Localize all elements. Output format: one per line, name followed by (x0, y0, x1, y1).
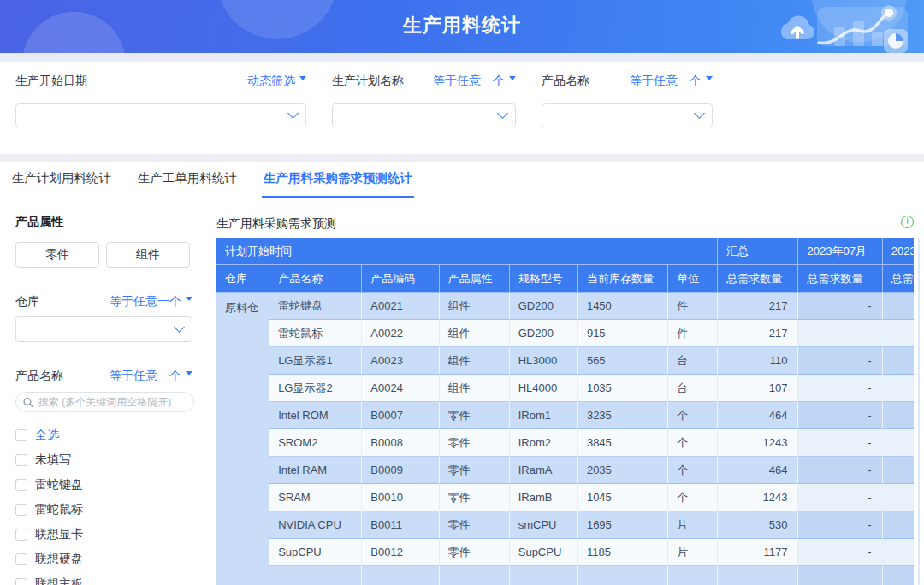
cell-stock: 565 (578, 347, 668, 375)
filter-production-plan-name: 生产计划名称 等于任意一个 (332, 75, 516, 127)
attr-button-component[interactable]: 组件 (106, 242, 190, 268)
cell-attr: 组件 (440, 320, 510, 347)
forecast-table: 计划开始时间 汇总 2023年07月 2023年08月 仓库产品名称产品编码产品… (216, 238, 914, 585)
cell-stock (578, 566, 668, 585)
group-header-summary: 汇总 (718, 238, 798, 265)
cell-total: 110 (718, 347, 798, 375)
cell-m2 (883, 429, 914, 457)
cell-attr: 组件 (440, 375, 510, 402)
column-header: 单位 (668, 265, 718, 292)
page-banner: 生产用料统计 (0, 0, 924, 53)
cell-m2 (883, 484, 914, 511)
cell-m1: - (798, 457, 882, 484)
checkbox-label: 未填写 (35, 452, 71, 468)
attr-button-part[interactable]: 零件 (15, 242, 99, 268)
filter-operator-link[interactable]: 等于任意一个 (433, 74, 516, 89)
cell-total: 464 (718, 402, 798, 429)
product-name-operator-link[interactable]: 等于任意一个 (110, 369, 192, 384)
filter-operator-link[interactable]: 动态筛选 (247, 74, 306, 89)
section-divider (0, 154, 924, 162)
checkbox-item[interactable]: 雷蛇鼠标 (15, 497, 216, 522)
filter-production-start-date: 生产开始日期 动态筛选 (15, 75, 306, 127)
warehouse-select[interactable] (15, 316, 192, 342)
product-name-select[interactable] (542, 103, 713, 127)
cell-unit: 个 (668, 402, 718, 429)
checkbox-item[interactable]: 联想主板 (15, 571, 216, 585)
table-body: 原料仓雷蛇键盘A0021组件GD2001450件217-雷蛇鼠标A0022组件G… (216, 292, 914, 585)
cell-attr: 零件 (440, 457, 510, 484)
cell-total: 530 (718, 511, 798, 539)
table-row: LG显示器1A0023组件HL3000565台110- (216, 347, 914, 375)
date-select[interactable] (15, 103, 306, 127)
cell-m2 (883, 539, 914, 566)
cell-stock: 1185 (578, 539, 668, 566)
cell-spec: GD200 (510, 320, 578, 347)
checkbox-label: 雷蛇鼠标 (35, 502, 83, 517)
caret-down-icon (706, 76, 713, 84)
tab-purchase-forecast-stats[interactable]: 生产用料采购需求预测统计 (262, 170, 414, 198)
cell-name: LG显示器2 (270, 375, 362, 402)
caret-down-icon (186, 297, 192, 304)
chevron-down-icon (287, 108, 299, 119)
table-row: SRAMB0010零件IRamB1045个1243- (216, 484, 914, 511)
product-search-box (15, 392, 194, 412)
cell-attr: 零件 (440, 484, 510, 511)
cell-unit: 台 (668, 347, 718, 375)
checkbox[interactable] (15, 479, 27, 491)
checkbox-label: 联想显卡 (35, 527, 83, 542)
filter-sidebar: 产品属性 零件 组件 仓库 等于任意一个 产品名称 等于任意一个 全选未填写雷蛇… (0, 198, 216, 585)
table-row: LG显示器2A0024组件HL40001035台107- (216, 375, 914, 402)
chart-illustration-icon (767, 0, 917, 53)
cell-spec: IRamA (510, 457, 578, 484)
cell-name (270, 566, 362, 585)
table-row: Intel ROMB0007零件IRom13235个464- (216, 402, 914, 429)
column-header: 规格型号 (510, 265, 578, 292)
cell-unit: 个 (668, 429, 718, 457)
cell-attr: 零件 (440, 429, 510, 457)
chevron-down-icon (497, 108, 508, 119)
plan-name-select[interactable] (332, 103, 516, 127)
filter-label: 产品名称 (542, 74, 589, 89)
cell-name: NVIDIA CPU (270, 511, 362, 539)
filter-operator-link[interactable]: 等于任意一个 (630, 74, 713, 89)
checkbox[interactable] (15, 429, 27, 441)
cell-m2 (883, 457, 914, 484)
cell-m1: - (798, 292, 882, 320)
cell-total: 1243 (718, 429, 798, 457)
caret-down-icon (299, 76, 306, 84)
checkbox[interactable] (15, 553, 27, 565)
checkbox-item[interactable]: 联想硬盘 (15, 547, 216, 571)
cell-m1: - (798, 402, 882, 429)
warehouse-operator-link[interactable]: 等于任意一个 (110, 294, 192, 310)
cell-code: A0024 (362, 375, 439, 402)
cell-stock: 1695 (578, 511, 668, 539)
checkbox[interactable] (15, 578, 27, 585)
info-circle-icon[interactable]: i (901, 216, 914, 228)
checkbox-item[interactable]: 雷蛇键盘 (15, 472, 216, 497)
checkbox[interactable] (15, 454, 27, 466)
tab-production-plan-stats[interactable]: 生产计划用料统计 (10, 170, 113, 198)
cell-spec: HL3000 (510, 347, 578, 375)
cell-m1: - (798, 429, 882, 457)
checkbox[interactable] (15, 529, 27, 541)
chevron-down-icon (694, 108, 705, 119)
cell-m1: - (798, 484, 882, 511)
table-scrollbar[interactable] (914, 238, 924, 585)
tab-work-order-stats[interactable]: 生产工单用料统计 (136, 170, 239, 198)
cell-name: SROM2 (270, 429, 362, 457)
table-row: NVIDIA CPUB0011零件smCPU1695片530- (216, 511, 914, 539)
checkbox-item[interactable]: 全选 (15, 422, 216, 447)
group-header-month-1: 2023年07月 (798, 238, 882, 265)
checkbox[interactable] (15, 504, 27, 516)
checkbox-item[interactable]: 未填写 (15, 447, 216, 472)
cell-total: 1177 (718, 539, 798, 566)
search-input[interactable] (38, 396, 187, 408)
cell-spec: SupCPU (510, 539, 578, 566)
cell-code (362, 566, 439, 585)
cell-code: B0007 (362, 402, 439, 429)
cell-m2 (883, 375, 914, 402)
cell-stock: 3235 (578, 402, 668, 429)
filter-product-name: 产品名称 等于任意一个 (542, 75, 713, 127)
filter-bar: 生产开始日期 动态筛选 生产计划名称 等于任意一个 产品名称 等于任意一个 (0, 62, 924, 154)
checkbox-item[interactable]: 联想显卡 (15, 522, 216, 547)
